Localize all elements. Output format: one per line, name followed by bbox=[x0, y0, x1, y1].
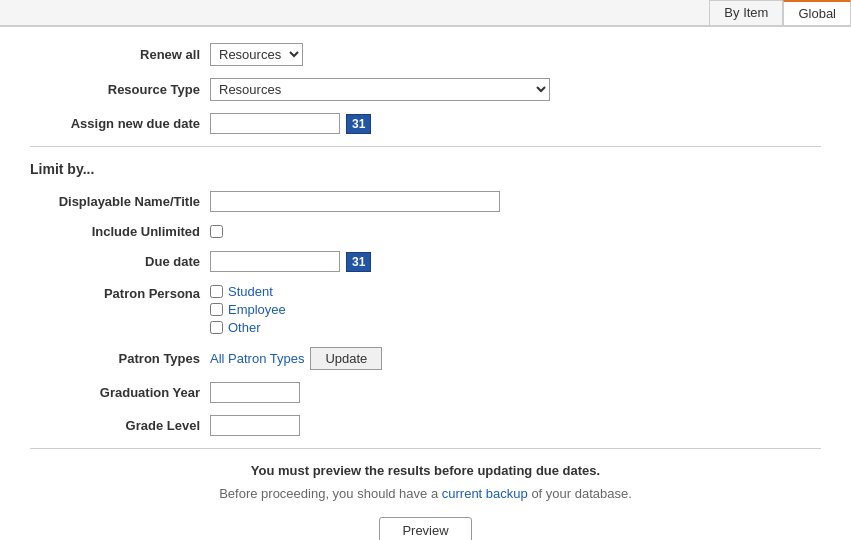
due-date-input[interactable] bbox=[210, 251, 340, 272]
tab-by-item[interactable]: By Item bbox=[709, 0, 783, 25]
top-tabs-bar: By Item Global bbox=[0, 0, 851, 27]
persona-student-label[interactable]: Student bbox=[228, 284, 273, 299]
grade-level-row: Grade Level bbox=[30, 415, 821, 436]
bottom-section: You must preview the results before upda… bbox=[30, 448, 821, 540]
renew-all-label: Renew all bbox=[30, 47, 210, 62]
include-unlimited-row: Include Unlimited bbox=[30, 224, 821, 239]
graduation-year-label: Graduation Year bbox=[30, 385, 210, 400]
due-date-controls: 31 bbox=[210, 251, 371, 272]
main-content: Renew all Resources Items All Resource T… bbox=[0, 27, 851, 540]
patron-types-controls: All Patron Types Update bbox=[210, 347, 382, 370]
graduation-year-input[interactable] bbox=[210, 382, 300, 403]
assign-due-date-label: Assign new due date bbox=[30, 116, 210, 131]
patron-persona-row: Patron Persona Student Employee Other bbox=[30, 284, 821, 335]
info-text-before: Before proceeding, you should have a bbox=[219, 486, 442, 501]
preview-button[interactable]: Preview bbox=[379, 517, 471, 540]
due-date-calendar-btn[interactable]: 31 bbox=[346, 252, 371, 272]
info-text: Before proceeding, you should have a cur… bbox=[30, 486, 821, 501]
assign-due-date-controls: 31 bbox=[210, 113, 371, 134]
renew-all-row: Renew all Resources Items All bbox=[30, 43, 821, 66]
resource-type-row: Resource Type Resources Books Periodical… bbox=[30, 78, 821, 101]
grade-level-label: Grade Level bbox=[30, 418, 210, 433]
patron-types-link[interactable]: All Patron Types bbox=[210, 351, 304, 366]
persona-employee-label[interactable]: Employee bbox=[228, 302, 286, 317]
persona-other-label[interactable]: Other bbox=[228, 320, 261, 335]
patron-persona-group: Student Employee Other bbox=[210, 284, 286, 335]
assign-due-date-row: Assign new due date 31 bbox=[30, 113, 821, 134]
displayable-name-label: Displayable Name/Title bbox=[30, 194, 210, 209]
due-date-row: Due date 31 bbox=[30, 251, 821, 272]
include-unlimited-controls bbox=[210, 225, 223, 238]
persona-employee-item: Employee bbox=[210, 302, 286, 317]
warning-text: You must preview the results before upda… bbox=[30, 463, 821, 478]
resource-type-controls: Resources Books Periodicals Media bbox=[210, 78, 550, 101]
displayable-name-controls bbox=[210, 191, 500, 212]
persona-employee-checkbox[interactable] bbox=[210, 303, 223, 316]
resource-type-label: Resource Type bbox=[30, 82, 210, 97]
patron-types-row: Patron Types All Patron Types Update bbox=[30, 347, 821, 370]
assign-due-date-input[interactable] bbox=[210, 113, 340, 134]
backup-link[interactable]: current backup bbox=[442, 486, 528, 501]
graduation-year-controls bbox=[210, 382, 300, 403]
grade-level-input[interactable] bbox=[210, 415, 300, 436]
assign-due-date-calendar-btn[interactable]: 31 bbox=[346, 114, 371, 134]
persona-other-item: Other bbox=[210, 320, 286, 335]
info-text-after: of your database. bbox=[528, 486, 632, 501]
patron-types-label: Patron Types bbox=[30, 351, 210, 366]
renew-all-select[interactable]: Resources Items All bbox=[210, 43, 303, 66]
include-unlimited-checkbox[interactable] bbox=[210, 225, 223, 238]
persona-student-item: Student bbox=[210, 284, 286, 299]
due-date-label: Due date bbox=[30, 254, 210, 269]
update-button[interactable]: Update bbox=[310, 347, 382, 370]
divider-1 bbox=[30, 146, 821, 147]
limit-by-heading: Limit by... bbox=[30, 161, 821, 177]
displayable-name-row: Displayable Name/Title bbox=[30, 191, 821, 212]
grade-level-controls bbox=[210, 415, 300, 436]
patron-persona-label: Patron Persona bbox=[30, 284, 210, 301]
renew-all-controls: Resources Items All bbox=[210, 43, 303, 66]
tab-global[interactable]: Global bbox=[783, 0, 851, 25]
displayable-name-input[interactable] bbox=[210, 191, 500, 212]
include-unlimited-label: Include Unlimited bbox=[30, 224, 210, 239]
persona-student-checkbox[interactable] bbox=[210, 285, 223, 298]
resource-type-select[interactable]: Resources Books Periodicals Media bbox=[210, 78, 550, 101]
persona-other-checkbox[interactable] bbox=[210, 321, 223, 334]
graduation-year-row: Graduation Year bbox=[30, 382, 821, 403]
